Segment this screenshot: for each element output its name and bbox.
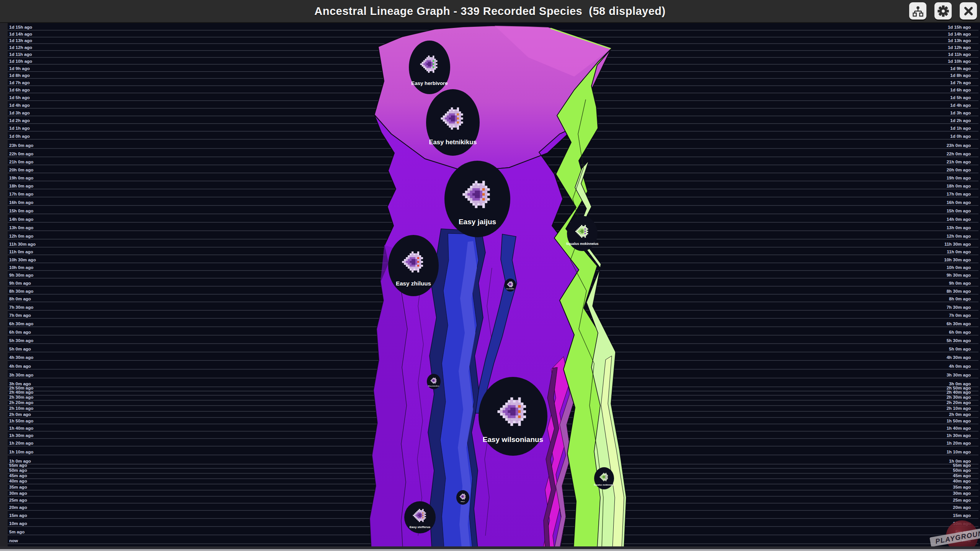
species-node[interactable]: Easy amandeus <box>427 374 441 389</box>
time-label-right: 18h 0m ago <box>947 184 971 188</box>
species-node-label: Easy jaijus <box>459 218 496 226</box>
time-label-right: 16h 0m ago <box>947 200 971 205</box>
gear-icon <box>937 5 949 17</box>
time-label-right: 1h 50m ago <box>947 419 971 423</box>
time-label-right: 20m ago <box>953 505 971 510</box>
time-label-left: 1h 10m ago <box>9 450 33 454</box>
time-label-right: 7h 30m ago <box>947 305 971 310</box>
time-label-right: 13h 0m ago <box>947 225 971 230</box>
time-label-left: 3h 30m ago <box>9 373 33 377</box>
time-label-left: 14h 0m ago <box>9 217 33 222</box>
time-label-right: 12h 0m ago <box>947 234 971 238</box>
time-label-right: 50m ago <box>953 468 971 473</box>
time-label-right: 40m ago <box>953 479 971 483</box>
time-label-right: 2h 0m ago <box>949 412 971 417</box>
time-label-left: 1d 9h ago <box>9 66 30 71</box>
time-label-left: 2h 20m ago <box>9 400 33 405</box>
time-label-right: 4h 0m ago <box>949 364 971 368</box>
time-label-left: 1h 30m ago <box>9 433 33 438</box>
time-label-right: 1d 14h ago <box>948 32 971 36</box>
species-node[interactable]: Easy zhiluus <box>388 235 439 296</box>
time-label-left: 11h 0m ago <box>9 249 33 254</box>
time-label-left: 6h 30m ago <box>9 321 33 326</box>
time-label-left: 1d 6h ago <box>9 88 30 92</box>
lineage-graph-button[interactable] <box>909 2 926 20</box>
time-label-right: 1d 12h ago <box>948 45 971 50</box>
time-label-right: 17h 0m ago <box>947 192 971 196</box>
species-node-label: Easy hetnikikus <box>429 139 477 146</box>
time-label-left: 1h 40m ago <box>9 426 33 430</box>
time-label-right: 19h 0m ago <box>947 176 971 180</box>
time-label-left: 1d 15h ago <box>9 25 32 29</box>
species-node[interactable]: Easy herbivore <box>409 41 450 94</box>
time-label-right: 11h 30m ago <box>944 242 971 246</box>
time-label-left: 11h 30m ago <box>9 242 36 246</box>
species-node[interactable]: Easy wilsonianus <box>479 377 547 456</box>
time-label-left: 50m ago <box>9 468 27 473</box>
time-label-right: 1d 4h ago <box>950 103 971 108</box>
species-node[interactable]: Easy jaijus <box>444 161 510 237</box>
time-label-left: 2h 0m ago <box>9 412 31 417</box>
time-label-right: 35m ago <box>953 485 971 489</box>
species-node[interactable]: easy t. <box>456 490 469 505</box>
time-label-right: 5h 0m ago <box>949 347 971 351</box>
time-label-right: 2h 10m ago <box>947 406 971 411</box>
time-label-left: 7h 0m ago <box>9 313 31 318</box>
time-label-right: 1d 9h ago <box>950 66 971 71</box>
time-label-left: 13h 0m ago <box>9 225 33 230</box>
time-label-right: 10h 30m ago <box>944 258 971 262</box>
time-label-right: 23h 0m ago <box>947 143 971 148</box>
time-label-right: 2h 20m ago <box>947 400 971 405</box>
time-label-left: 9h 0m ago <box>9 281 31 285</box>
time-label-left: 6h 0m ago <box>9 330 31 334</box>
time-label-right: 1h 20m ago <box>947 441 971 445</box>
time-label-left: 7h 30m ago <box>9 305 33 310</box>
time-label-left: 1d 0h ago <box>9 134 30 139</box>
close-button[interactable] <box>960 2 977 20</box>
time-label-right: 2h 30m ago <box>947 395 971 399</box>
time-label-left: 1d 13h ago <box>9 38 32 43</box>
species-node-label: Easy wilsonianus <box>483 435 543 443</box>
window-edge-bottom-light <box>0 549 980 551</box>
time-label-right: 15m ago <box>953 513 971 518</box>
species-node[interactable]: Ieus deublios <box>505 279 516 292</box>
settings-button[interactable] <box>934 2 952 20</box>
time-label-left: 5m ago <box>9 530 24 534</box>
time-label-right: 22h 0m ago <box>947 152 971 156</box>
time-label-left: 8h 0m ago <box>9 297 31 301</box>
time-label-left: 1d 1h ago <box>9 126 30 130</box>
time-label-left: 35m ago <box>9 485 27 489</box>
time-label-right: 1d 6h ago <box>950 88 971 92</box>
time-label-right: 1d 15h ago <box>948 25 971 29</box>
species-node[interactable]: Easy stefferus <box>404 501 436 533</box>
time-label-left: 1d 12h ago <box>9 45 32 50</box>
page-title: Ancestral Lineage Graph - 339 Recorded S… <box>314 5 665 18</box>
time-label-right: 6h 0m ago <box>949 330 971 334</box>
time-label-left: 1d 14h ago <box>9 32 32 36</box>
time-label-right: 1d 2h ago <box>950 118 971 123</box>
time-label-right: 1d 10h ago <box>948 59 971 64</box>
time-label-left: 2h 10m ago <box>9 406 33 411</box>
species-node-label: Easy herbivore <box>411 80 448 86</box>
time-label-left: 1d 2h ago <box>9 118 30 123</box>
time-label-left: 1d 7h ago <box>9 80 30 85</box>
time-label-left: 1d 8h ago <box>9 73 30 78</box>
species-node-label: easy t. <box>461 501 465 502</box>
species-node[interactable]: Easy hetnikikus <box>426 89 480 156</box>
time-label-left: 5h 30m ago <box>9 338 33 343</box>
time-label-left: 25m ago <box>9 498 27 502</box>
time-label-left: 19h 0m ago <box>9 176 33 180</box>
time-label-left: 21h 0m ago <box>9 160 33 164</box>
time-label-left: 18h 0m ago <box>9 184 33 188</box>
time-label-left: 10h 30m ago <box>9 258 36 262</box>
species-node-label: Squalus mokinneius <box>566 242 599 246</box>
time-label-right: 45m ago <box>953 473 971 478</box>
time-label-right: 21h 0m ago <box>947 160 971 164</box>
time-label-right: 55m ago <box>953 463 971 468</box>
time-label-left: 1h 20m ago <box>9 441 33 445</box>
time-label-left: 4h 30m ago <box>9 355 33 360</box>
window-edge-bottom <box>0 546 980 549</box>
time-label-right: 9h 30m ago <box>947 273 971 277</box>
hierarchy-icon <box>912 5 924 17</box>
window-edge-left <box>0 22 8 547</box>
